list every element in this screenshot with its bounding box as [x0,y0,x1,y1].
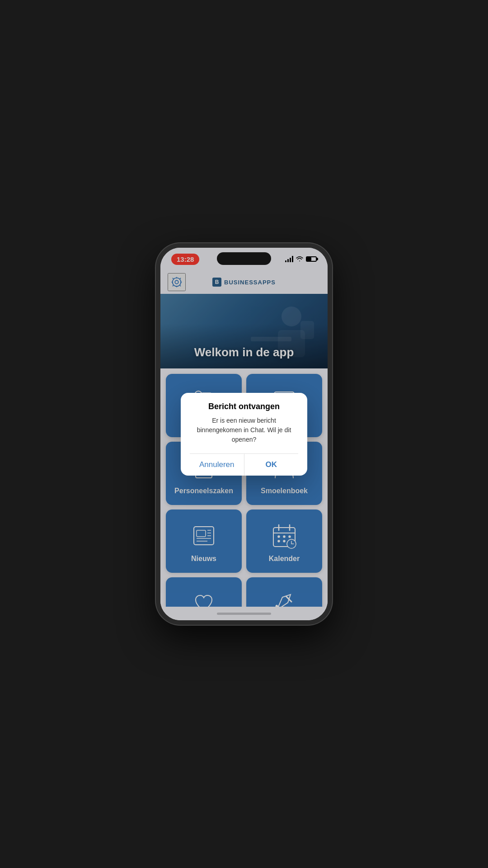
dialog-ok-button[interactable]: OK [244,454,299,476]
dialog-message: Er is een nieuw bericht binnengekomen in… [190,416,298,444]
phone-shell: 13:28 B [156,243,332,625]
dialog-actions: Annuleren OK [190,453,298,476]
dialog-overlay: Bericht ontvangen Er is een nieuw berich… [160,248,328,620]
dialog-box: Bericht ontvangen Er is een nieuw berich… [181,393,307,476]
dialog-title: Bericht ontvangen [190,402,298,411]
dialog-cancel-button[interactable]: Annuleren [190,454,244,476]
